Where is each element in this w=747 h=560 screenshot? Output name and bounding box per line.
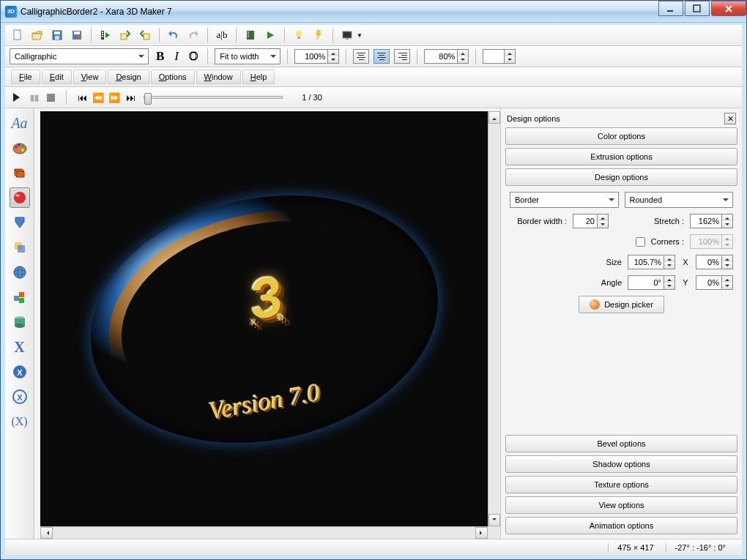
svg-rect-10 <box>102 31 103 33</box>
canvas[interactable]: X3D Version 7.0 <box>40 111 488 526</box>
y-offset-input[interactable] <box>696 275 722 290</box>
bulb-icon[interactable] <box>291 27 307 43</box>
next-frame-button[interactable]: ⏩ <box>108 92 120 103</box>
screen-icon[interactable] <box>339 27 355 43</box>
align-right-button[interactable] <box>394 49 410 64</box>
outline-button[interactable]: O <box>186 49 201 64</box>
cylinder-icon[interactable] <box>10 312 30 332</box>
import-icon[interactable] <box>117 27 133 43</box>
stop-button[interactable] <box>45 92 56 103</box>
border-width-spinner[interactable] <box>573 214 609 228</box>
maximize-button[interactable] <box>685 1 710 16</box>
save-image-icon[interactable] <box>69 27 85 43</box>
menu-edit[interactable]: Edit <box>42 70 72 84</box>
first-frame-button[interactable]: ⏮ <box>76 92 88 103</box>
prev-frame-button[interactable]: ⏪ <box>92 92 104 103</box>
fit-combo[interactable]: Fit to width <box>215 48 280 64</box>
save-icon[interactable] <box>49 27 65 43</box>
design-picker-button[interactable]: Design picker <box>579 296 664 313</box>
panel-close-button[interactable]: ✕ <box>724 113 736 124</box>
x-circle1-icon[interactable]: X <box>10 362 30 382</box>
shadow-options-button[interactable]: Shadow options <box>505 455 737 473</box>
aspect-input[interactable] <box>424 49 458 64</box>
angle-input[interactable] <box>628 275 664 290</box>
align-left-button[interactable] <box>353 49 369 64</box>
film-icon[interactable] <box>242 27 259 43</box>
aspect-spin-buttons[interactable] <box>458 49 469 64</box>
y-offset-spinner[interactable] <box>696 275 733 290</box>
minimize-button[interactable] <box>658 1 683 16</box>
new-icon[interactable] <box>10 27 26 43</box>
border-width-input[interactable] <box>573 214 598 228</box>
size-input[interactable] <box>628 255 664 269</box>
align-center-button[interactable] <box>374 49 390 64</box>
x-blue-icon[interactable]: X <box>10 337 30 357</box>
menu-help[interactable]: Help <box>242 70 275 84</box>
y-offset-label: Y <box>681 278 690 287</box>
last-frame-button[interactable]: ⏭ <box>124 92 136 103</box>
dropdown-arrow-icon[interactable]: ▼ <box>357 32 363 39</box>
extra-spin-buttons[interactable] <box>505 49 516 64</box>
cubes-icon[interactable] <box>10 287 30 307</box>
menu-file[interactable]: File <box>11 70 40 84</box>
horizontal-scrollbar[interactable] <box>40 526 488 539</box>
vertical-scrollbar[interactable] <box>488 111 500 526</box>
x-offset-spinner[interactable] <box>696 255 733 269</box>
extra-spinner[interactable] <box>483 49 516 64</box>
open-icon[interactable] <box>29 27 45 43</box>
text-tool-icon[interactable]: Aa <box>10 113 30 133</box>
x-circle2-icon[interactable]: X <box>10 387 30 407</box>
border-type-combo[interactable]: Border <box>510 192 619 208</box>
corner-type-combo[interactable]: Rounded <box>625 192 734 208</box>
zoom-spinner[interactable] <box>294 49 339 64</box>
export-anim-icon[interactable] <box>97 27 114 43</box>
undo-icon[interactable] <box>166 27 182 43</box>
shadow-icon[interactable] <box>10 237 30 258</box>
texture-options-button[interactable]: Texture options <box>505 476 737 493</box>
menu-options[interactable]: Options <box>151 70 195 84</box>
extrusion-options-button[interactable]: Extrusion options <box>505 148 737 165</box>
animation-options-button[interactable]: Animation options <box>505 517 737 534</box>
view-options-button[interactable]: View options <box>505 496 737 514</box>
close-button[interactable] <box>711 1 746 16</box>
redo-icon[interactable] <box>185 27 201 43</box>
sphere-icon[interactable] <box>10 187 30 208</box>
x-offset-input[interactable] <box>696 255 722 269</box>
italic-button[interactable]: I <box>171 49 182 64</box>
font-combo[interactable]: Calligraphic <box>10 48 149 64</box>
menu-window[interactable]: Window <box>196 70 241 84</box>
text-icon[interactable]: a|b <box>214 27 230 43</box>
stretch-spinner[interactable] <box>690 214 733 228</box>
zoom-input[interactable] <box>294 49 328 64</box>
menu-view[interactable]: View <box>73 70 107 84</box>
bold-button[interactable]: B <box>153 49 167 64</box>
export-icon[interactable] <box>137 27 153 43</box>
angle-spinner[interactable] <box>628 275 675 290</box>
corners-spinner[interactable] <box>690 234 733 249</box>
aspect-spinner[interactable] <box>424 49 469 64</box>
scroll-down-icon[interactable] <box>488 514 500 526</box>
menu-design[interactable]: Design <box>108 70 149 84</box>
scroll-left-icon[interactable] <box>40 527 53 539</box>
bevel-icon[interactable] <box>10 212 30 233</box>
flash-icon[interactable] <box>311 27 327 43</box>
design-options-button[interactable]: Design options <box>505 168 737 186</box>
bevel-options-button[interactable]: Bevel options <box>505 435 737 452</box>
color-options-button[interactable]: Color options <box>505 127 737 145</box>
extrude-icon[interactable] <box>10 163 30 183</box>
zoom-spin-buttons[interactable] <box>328 49 339 64</box>
size-spinner[interactable] <box>628 255 675 269</box>
extra-input[interactable] <box>483 49 505 64</box>
palette-icon[interactable] <box>10 138 30 158</box>
scroll-up-icon[interactable] <box>488 111 500 124</box>
timeline-slider[interactable] <box>144 96 283 99</box>
x-paren-icon[interactable]: (X) <box>10 411 30 432</box>
play-anim-icon[interactable] <box>262 27 278 43</box>
corners-checkbox[interactable] <box>636 237 645 247</box>
scroll-right-icon[interactable] <box>475 527 488 539</box>
titlebar[interactable]: 3D CalligraphicBorder2 - Xara 3D Maker 7 <box>1 1 746 23</box>
play-button[interactable] <box>12 92 24 103</box>
globe-icon[interactable] <box>10 262 30 283</box>
pause-button[interactable]: ▮▮ <box>29 92 40 103</box>
stretch-input[interactable] <box>690 214 722 228</box>
